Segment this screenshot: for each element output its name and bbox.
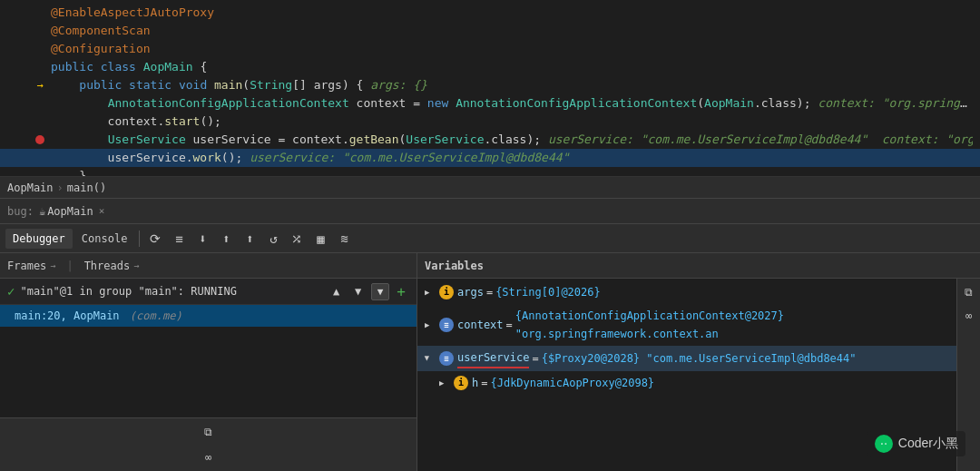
debugger-tab[interactable]: Debugger [5, 229, 73, 249]
var-value: {AnnotationConfigApplicationContext@2027… [515, 307, 949, 343]
thread-name: "main"@1 in group "main": RUNNING [20, 285, 321, 298]
frames-button[interactable]: ▦ [309, 228, 331, 250]
expand-arrow-icon: ▶ [425, 288, 429, 297]
frame-package: (com.me) [130, 309, 182, 322]
var-type-icon: i [439, 285, 454, 299]
code-line: } [0, 167, 980, 177]
step-into-button[interactable]: ⬆ [215, 228, 237, 250]
left-panel: Frames → | Threads → ✓ "main"@1 in group… [0, 253, 417, 471]
thread-status-icon: ✓ [7, 284, 15, 299]
infinity-button[interactable]: ∞ [199, 447, 219, 467]
var-name: h [472, 374, 478, 392]
step-over-button[interactable]: ⬇ [191, 228, 213, 250]
code-line: @Configuration [0, 40, 980, 58]
breadcrumb: AopMain › main() [0, 177, 980, 199]
expand-arrow-icon: ▶ [425, 320, 429, 329]
code-content: public class AopMain { [47, 58, 973, 76]
rerun-button[interactable]: ⟳ [144, 228, 166, 250]
copy-vars-button[interactable]: ⧉ [959, 282, 979, 302]
frames-label: Frames [7, 260, 46, 272]
code-line: @ComponentScan [0, 22, 980, 40]
code-content: AnnotationConfigApplicationContext conte… [47, 94, 973, 113]
var-type-icon: i [454, 376, 468, 390]
execution-arrow-icon: → [36, 76, 43, 94]
breakpoint-icon [35, 135, 44, 144]
breadcrumb-separator: › [57, 182, 64, 194]
thread-up-button[interactable]: ▲ [328, 282, 346, 300]
var-equals: = [506, 316, 513, 334]
var-type-icon: ≡ [439, 318, 454, 332]
var-type-icon: ≡ [439, 351, 454, 366]
code-content: public static void main(String[] args) {… [47, 76, 973, 94]
variable-args[interactable]: ▶ i args = {String[0]@2026} [417, 280, 956, 304]
code-content: UserService userService = context.getBea… [47, 131, 973, 149]
code-line: @EnableAspectJAutoProxy [0, 4, 980, 22]
expand-icon: ▶ [425, 316, 439, 334]
code-content: @ComponentScan [47, 22, 973, 40]
frames-panel-header[interactable]: Frames → [7, 260, 55, 272]
code-line: public class AopMain { [0, 58, 980, 76]
vars-options-button[interactable]: ∞ [959, 306, 979, 326]
code-content: @EnableAspectJAutoProxy [47, 4, 973, 22]
watermark-text: Coder小黑 [898, 436, 958, 452]
thread-dropdown[interactable]: ▼ [371, 283, 390, 300]
var-name-underlined: userService [457, 348, 529, 368]
tab-icon: ☕ [39, 205, 45, 218]
breadcrumb-part[interactable]: AopMain [7, 182, 54, 194]
var-name: context [457, 316, 504, 334]
mute-button[interactable]: ⤮ [286, 228, 308, 250]
threads-panel-header[interactable]: Threads → [84, 260, 140, 272]
code-line: UserService userService = context.getBea… [0, 131, 980, 149]
expand-icon: ▶ [439, 374, 454, 392]
var-value: {$Proxy20@2028} "com.me.UserServiceImpl@… [542, 349, 857, 368]
debugger-toolbar: Debugger Console ⟳ ≡ ⬇ ⬆ ⬆ ↺ ⤮ ▦ ≋ [0, 224, 980, 253]
toolbar-separator [139, 231, 140, 247]
code-line: AnnotationConfigApplicationContext conte… [0, 94, 980, 113]
threads-pin-icon: → [133, 260, 139, 270]
add-thread-button[interactable]: + [393, 283, 409, 300]
var-equals: = [486, 283, 493, 301]
stack-frames: main:20, AopMain (com.me) [0, 305, 416, 417]
expand-arrow-icon: ▶ [439, 378, 444, 388]
code-line-highlighted: userService.work(); userService: "com.me… [0, 149, 980, 167]
frame-location: main:20, AopMain [15, 309, 126, 322]
resume-button[interactable]: ↺ [262, 228, 284, 250]
debug-panels: Frames → | Threads → ✓ "main"@1 in group… [0, 253, 980, 471]
code-line: context.start(); [0, 113, 980, 131]
line-indicator [33, 135, 47, 144]
variables-label: Variables [425, 260, 484, 272]
tab-close-button[interactable]: × [99, 205, 105, 217]
breadcrumb-part[interactable]: main() [67, 182, 106, 194]
code-editor: @EnableAspectJAutoProxy @ComponentScan @… [0, 0, 980, 177]
code-content: @Configuration [47, 40, 973, 58]
variable-userservice[interactable]: ▶ ≡ userService = {$Proxy20@2028} "com.m… [417, 346, 956, 371]
var-value: {String[0]@2026} [495, 283, 601, 301]
thread-down-button[interactable]: ▼ [349, 282, 368, 300]
code-content: } [47, 167, 973, 177]
copy-button[interactable]: ⧉ [199, 422, 219, 442]
var-equals: = [481, 374, 487, 392]
layout-button[interactable]: ≡ [168, 228, 190, 250]
panel-header: Frames → | Threads → [0, 253, 416, 279]
wechat-icon [875, 435, 893, 453]
bug-label: bug: [7, 205, 34, 218]
step-out-button[interactable]: ⬆ [239, 228, 260, 250]
threads-label: Threads [84, 260, 131, 272]
code-line: → public static void main(String[] args)… [0, 76, 980, 94]
line-indicator: → [33, 76, 47, 94]
stack-frame-selected[interactable]: main:20, AopMain (com.me) [0, 305, 416, 327]
code-content: context.start(); [47, 113, 973, 131]
variables-header: Variables [417, 253, 980, 279]
code-lines: @EnableAspectJAutoProxy @ComponentScan @… [0, 0, 980, 177]
tab-name[interactable]: AopMain [47, 205, 93, 218]
expand-icon: ▶ [425, 283, 439, 301]
watermark: Coder小黑 [867, 431, 965, 456]
var-value: {JdkDynamicAopProxy@2098} [490, 374, 654, 392]
variable-context[interactable]: ▶ ≡ context = {AnnotationConfigApplicati… [417, 304, 956, 346]
variable-h[interactable]: ▶ i h = {JdkDynamicAopProxy@2098} [417, 371, 956, 395]
console-tab[interactable]: Console [74, 229, 135, 249]
var-name: args [457, 283, 484, 301]
settings-button[interactable]: ≋ [333, 228, 355, 250]
code-content: userService.work(); userService: "com.me… [47, 149, 973, 167]
var-equals: = [532, 349, 538, 368]
